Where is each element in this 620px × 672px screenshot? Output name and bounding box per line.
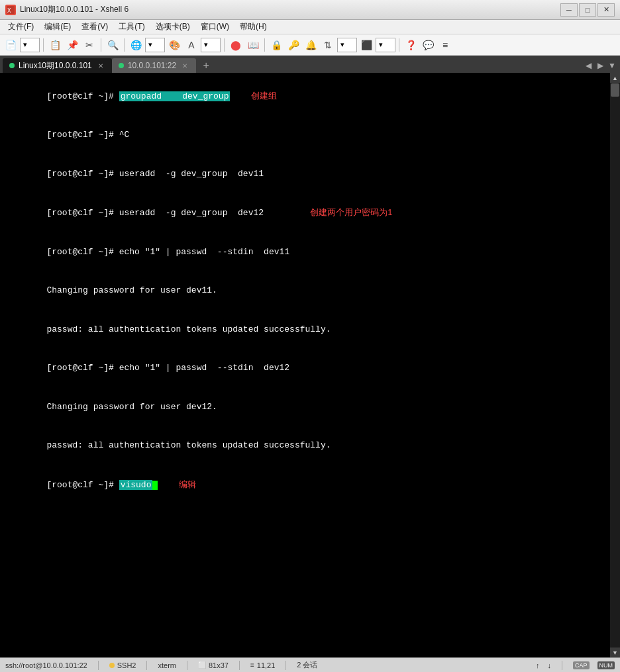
toolbar-sep-5 bbox=[264, 38, 265, 52]
menu-file[interactable]: 文件(F) bbox=[3, 20, 39, 34]
status-sep-2 bbox=[146, 661, 147, 670]
scrollbar-track[interactable] bbox=[610, 83, 620, 648]
toolbar-transfer-btn[interactable]: ⇅ bbox=[320, 37, 336, 53]
tab-ssh[interactable]: 10.0.0.101:22 ✕ bbox=[112, 58, 196, 73]
terminal-line-1: [root@clf ~]# groupadd dev_group 创建组 bbox=[5, 76, 605, 116]
toolbar-sep-3 bbox=[124, 38, 125, 52]
tab-label-linux10: Linux10期10.0.0.101 bbox=[19, 60, 92, 72]
minimize-button[interactable]: ─ bbox=[560, 3, 578, 17]
status-sep-3 bbox=[187, 661, 187, 670]
terminal-wrapper: [root@clf ~]# groupadd dev_group 创建组 [ro… bbox=[0, 73, 620, 657]
toolbar-multi-dropdown[interactable]: ▾ bbox=[376, 38, 395, 52]
svg-text:X: X bbox=[7, 7, 11, 14]
toolbar: 📄 ▾ 📋 📌 ✂ 🔍 🌐 ▾ 🎨 A ▾ ⬤ 📖 🔒 🔑 🔔 ⇅ ▾ ⬛ ▾ … bbox=[0, 34, 620, 56]
menu-tools[interactable]: 工具(T) bbox=[113, 20, 150, 34]
terminal-line-8: [root@clf ~]# echo "1" | passwd --stdin … bbox=[5, 349, 605, 388]
toolbar-new-btn[interactable]: 📄 bbox=[3, 37, 19, 53]
toolbar-font-btn[interactable]: A bbox=[183, 37, 199, 53]
maximize-button[interactable]: □ bbox=[579, 3, 596, 17]
menu-view[interactable]: 查看(V) bbox=[76, 20, 113, 34]
status-nav-down[interactable]: ↓ bbox=[547, 661, 551, 669]
menu-tabs[interactable]: 选项卡(B) bbox=[150, 20, 195, 34]
app-window: X Linux10期10.0.0.101 - Xshell 6 ─ □ ✕ 文件… bbox=[0, 0, 620, 672]
terminal-line-11: [root@clf ~]# visudo 编辑 bbox=[5, 465, 605, 504]
window-title: Linux10期10.0.0.101 - Xshell 6 bbox=[20, 4, 560, 15]
status-sessions: 2 会话 bbox=[297, 660, 317, 670]
status-sep-5 bbox=[285, 661, 286, 670]
tab-nav-left[interactable]: ◀ bbox=[583, 58, 594, 73]
tab-nav-right[interactable]: ▶ bbox=[595, 58, 605, 73]
status-connection: ssh://root@10.0.0.101:22 bbox=[5, 661, 87, 669]
status-sep-1 bbox=[98, 661, 99, 670]
terminal-line-7: passwd: all authentication tokens update… bbox=[5, 310, 605, 349]
toolbar-open-dropdown[interactable]: ▾ bbox=[20, 38, 40, 52]
terminal-line-4: [root@clf ~]# useradd -g dev_group dev12… bbox=[5, 193, 605, 233]
toolbar-sep-2 bbox=[101, 38, 101, 52]
tab-status-dot-2 bbox=[119, 63, 124, 68]
terminal-scrollbar[interactable]: ▲ ▼ bbox=[610, 73, 620, 657]
close-button[interactable]: ✕ bbox=[597, 3, 615, 17]
terminal-line-9: Changing password for user dev12. bbox=[5, 387, 605, 426]
tab-label-ssh: 10.0.0.101:22 bbox=[128, 61, 176, 70]
terminal-line-3: [root@clf ~]# useradd -g dev_group dev11 bbox=[5, 154, 605, 193]
status-nav-up[interactable]: ↑ bbox=[536, 661, 540, 669]
toolbar-cut-btn[interactable]: ✂ bbox=[81, 37, 97, 53]
toolbar-book-btn[interactable]: 📖 bbox=[245, 37, 261, 53]
scrollbar-thumb[interactable] bbox=[611, 83, 619, 97]
toolbar-multi-btn[interactable]: ⬛ bbox=[358, 37, 374, 53]
toolbar-sep-6 bbox=[399, 38, 399, 52]
toolbar-connect-btn[interactable]: 🌐 bbox=[128, 37, 144, 53]
caps-lock-badge: CAP bbox=[573, 661, 590, 669]
status-sep-4 bbox=[239, 661, 240, 670]
tab-add-button[interactable]: + bbox=[199, 58, 213, 73]
toolbar-find-btn[interactable]: 🔍 bbox=[105, 37, 121, 53]
scrollbar-down-btn[interactable]: ▼ bbox=[610, 648, 620, 657]
toolbar-help-btn[interactable]: ❓ bbox=[403, 37, 419, 53]
tab-nav-menu[interactable]: ▼ bbox=[607, 58, 617, 73]
status-sep-6 bbox=[562, 661, 562, 670]
menu-bar: 文件(F) 编辑(E) 查看(V) 工具(T) 选项卡(B) 窗口(W) 帮助(… bbox=[0, 20, 620, 34]
terminal[interactable]: [root@clf ~]# groupadd dev_group 创建组 [ro… bbox=[0, 73, 610, 657]
toolbar-sep-4 bbox=[224, 38, 225, 52]
toolbar-connect-dropdown[interactable]: ▾ bbox=[145, 38, 165, 52]
toolbar-color-btn[interactable]: 🎨 bbox=[166, 37, 182, 53]
app-icon: X bbox=[5, 5, 16, 15]
title-bar: X Linux10期10.0.0.101 - Xshell 6 ─ □ ✕ bbox=[0, 0, 620, 20]
menu-help[interactable]: 帮助(H) bbox=[234, 20, 272, 34]
terminal-line-5: [root@clf ~]# echo "1" | passwd --stdin … bbox=[5, 232, 605, 271]
tab-linux10[interactable]: Linux10期10.0.0.101 ✕ bbox=[3, 58, 112, 73]
status-terminal: xterm bbox=[158, 661, 176, 669]
toolbar-sep-1 bbox=[43, 38, 44, 52]
status-bar: ssh://root@10.0.0.101:22 SSH2 xterm ⬜ 81… bbox=[0, 657, 620, 672]
terminal-line-2: [root@clf ~]# ^C bbox=[5, 116, 605, 155]
toolbar-key-btn[interactable]: 🔑 bbox=[285, 37, 301, 53]
toolbar-paste-btn[interactable]: 📌 bbox=[64, 37, 80, 53]
status-dot-icon: SSH2 bbox=[109, 661, 136, 669]
toolbar-stop-btn[interactable]: ⬤ bbox=[228, 37, 244, 53]
window-controls: ─ □ ✕ bbox=[560, 3, 615, 17]
toolbar-chat-btn[interactable]: 💬 bbox=[420, 37, 436, 53]
toolbar-transfer-dropdown[interactable]: ▾ bbox=[337, 38, 357, 52]
toolbar-bell-btn[interactable]: 🔔 bbox=[303, 37, 319, 53]
status-size: ⬜ 81x37 bbox=[198, 661, 229, 669]
menu-edit[interactable]: 编辑(E) bbox=[39, 20, 76, 34]
status-position: ≡ 11,21 bbox=[250, 661, 275, 669]
toolbar-copy-btn[interactable]: 📋 bbox=[47, 37, 63, 53]
toolbar-font-dropdown[interactable]: ▾ bbox=[201, 38, 221, 52]
tab-nav: ◀ ▶ ▼ bbox=[583, 58, 617, 73]
menu-window[interactable]: 窗口(W) bbox=[195, 20, 234, 34]
terminal-line-6: Changing password for user dev11. bbox=[5, 271, 605, 311]
toolbar-lock-btn[interactable]: 🔒 bbox=[268, 37, 284, 53]
num-lock-badge: NUM bbox=[597, 661, 615, 669]
toolbar-extra-btn[interactable]: ≡ bbox=[437, 37, 453, 53]
scrollbar-up-btn[interactable]: ▲ bbox=[610, 73, 620, 83]
tab-close-linux10[interactable]: ✕ bbox=[96, 61, 105, 70]
terminal-line-10: passwd: all authentication tokens update… bbox=[5, 426, 605, 465]
tab-status-dot bbox=[9, 63, 15, 68]
tab-close-ssh[interactable]: ✕ bbox=[180, 61, 189, 70]
tab-bar: Linux10期10.0.0.101 ✕ 10.0.0.101:22 ✕ + ◀… bbox=[0, 56, 620, 73]
